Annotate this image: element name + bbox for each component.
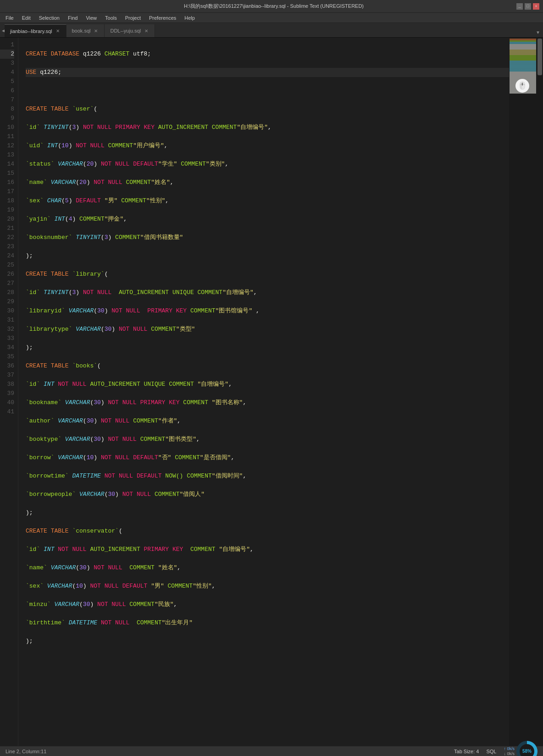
tab-jianbiao[interactable]: jianbiao--library.sql ✕ [5, 24, 66, 37]
line-num-21: 21 [0, 224, 14, 233]
line-num-12: 12 [0, 141, 14, 150]
code-line-25: `borrowpeople` VARCHAR(30) NOT NULL COMM… [26, 490, 509, 499]
tab-book-label: book.sql [72, 28, 91, 33]
line-num-13: 13 [0, 150, 14, 160]
code-line-30: `sex` VARCHAR(10) NOT NULL DEFAULT "男" C… [26, 582, 509, 591]
scrollbar-thumb[interactable] [537, 39, 542, 75]
code-line-27: CREATE TABLE `conservator`( [26, 527, 509, 536]
editor: 1 2 3 4 5 6 7 8 9 10 11 12 13 14 15 16 1… [0, 38, 543, 756]
menu-selection[interactable]: Selection [35, 14, 63, 22]
line-num-31: 31 [0, 316, 14, 325]
line-num-41: 41 [0, 407, 14, 417]
code-line-26: ); [26, 508, 509, 517]
line-num-26: 26 [0, 270, 14, 279]
code-area[interactable]: CREATE DATABASE q1226 CHARSET utf8; USE … [18, 38, 509, 756]
menu-view[interactable]: View [82, 14, 100, 22]
close-button[interactable]: ✕ [533, 3, 539, 10]
code-line-37 [26, 710, 509, 719]
line-num-17: 17 [0, 187, 14, 196]
cursor-icon: 🖱️ [515, 79, 529, 93]
minimap-toggle[interactable]: ▼ [533, 28, 543, 37]
line-numbers: 1 2 3 4 5 6 7 8 9 10 11 12 13 14 15 16 1… [0, 38, 18, 756]
code-line-3 [26, 86, 509, 95]
menu-tools[interactable]: Tools [101, 14, 121, 22]
code-line-20: `bookname` VARCHAR(30) NOT NULL PRIMARY … [26, 398, 509, 407]
menu-help[interactable]: Help [181, 14, 199, 22]
code-line-16: `librarytype` VARCHAR(30) NOT NULL COMME… [26, 325, 509, 334]
status-right: Tab Size: 4 SQL ↑ 0k/s ↓ 0k/s 58% [454, 741, 537, 756]
line-num-9: 9 [0, 114, 14, 123]
code-line-14: `id` TINYINT(3) NOT NULL AUTO_INCREMENT … [26, 288, 509, 297]
line-num-37: 37 [0, 371, 14, 380]
line-num-16: 16 [0, 178, 14, 187]
tab-book[interactable]: book.sql ✕ [66, 24, 105, 37]
status-file-type[interactable]: SQL [486, 749, 496, 754]
window-controls[interactable]: _ □ ✕ [516, 3, 539, 10]
line-num-30: 30 [0, 306, 14, 316]
tab-ddl[interactable]: DDL--yuju.sql ✕ [105, 24, 155, 37]
code-line-19: `id` INT NOT NULL AUTO_INCREMENT UNIQUE … [26, 380, 509, 389]
menu-project[interactable]: Project [122, 14, 144, 22]
line-num-35: 35 [0, 352, 14, 361]
menu-edit[interactable]: Edit [18, 14, 34, 22]
line-num-2: 2 [0, 50, 14, 59]
line-num-22: 22 [0, 233, 14, 242]
line-num-32: 32 [0, 325, 14, 334]
tab-ddl-label: DDL--yuju.sql [110, 28, 141, 33]
code-line-13: CREATE TABLE `library`( [26, 270, 509, 279]
code-line-33: ); [26, 637, 509, 646]
line-num-14: 14 [0, 160, 14, 169]
status-bar: Line 2, Column:11 Tab Size: 4 SQL ↑ 0k/s… [0, 746, 543, 756]
code-line-4: CREATE TABLE `user`( [26, 105, 509, 114]
code-line-18: CREATE TABLE `books`( [26, 361, 509, 371]
line-num-8: 8 [0, 105, 14, 114]
line-num-38: 38 [0, 380, 14, 389]
menu-find[interactable]: Find [64, 14, 81, 22]
tab-ddl-close[interactable]: ✕ [144, 28, 149, 34]
code-line-7: `status` VARCHAR(20) NOT NULL DEFAULT"学生… [26, 160, 509, 169]
vertical-scrollbar[interactable] [537, 38, 543, 756]
speed-up: ↑ 0k/s [504, 746, 515, 751]
line-num-40: 40 [0, 398, 14, 407]
line-num-19: 19 [0, 206, 14, 215]
code-line-1: CREATE DATABASE q1226 CHARSET utf8; [26, 50, 509, 59]
code-line-2: USE q1226; [26, 68, 509, 77]
code-line-22: `booktype` VARCHAR(30) NOT NULL COMMENT"… [26, 435, 509, 444]
tab-jianbiao-label: jianbiao--library.sql [10, 28, 52, 34]
line-num-27: 27 [0, 279, 14, 288]
status-tab-size[interactable]: Tab Size: 4 [454, 749, 479, 754]
line-num-18: 18 [0, 196, 14, 206]
code-line-34 [26, 655, 509, 664]
line-num-34: 34 [0, 343, 14, 352]
code-line-11: `booksnumber` TINYINT(3) COMMENT"借阅书籍数量" [26, 233, 509, 242]
maximize-button[interactable]: □ [525, 3, 531, 10]
title-bar: H:\我的sql\数据\20161227\jianbiao--library.s… [0, 0, 543, 13]
code-line-38 [26, 728, 509, 738]
menu-preferences[interactable]: Preferences [145, 14, 180, 22]
code-line-5: `id` TINYINT(3) NOT NULL PRIMARY KEY AUT… [26, 123, 509, 132]
code-line-35 [26, 673, 509, 683]
code-line-24: `borrowtime` DATETIME NOT NULL DEFAULT N… [26, 472, 509, 481]
code-line-17: ); [26, 343, 509, 352]
line-num-6: 6 [0, 86, 14, 95]
line-num-25: 25 [0, 261, 14, 270]
speed-display: ↑ 0k/s ↓ 0k/s 58% [504, 741, 537, 756]
code-line-10: `yajin` INT(4) COMMENT"押金", [26, 215, 509, 224]
minimize-button[interactable]: _ [516, 3, 523, 10]
line-num-39: 39 [0, 389, 14, 398]
line-num-5: 5 [0, 77, 14, 86]
line-num-28: 28 [0, 288, 14, 297]
line-num-15: 15 [0, 169, 14, 178]
menu-file[interactable]: File [2, 14, 17, 22]
line-num-10: 10 [0, 123, 14, 132]
code-line-21: `author` VARCHAR(30) NOT NULL COMMENT"作者… [26, 417, 509, 426]
tab-jianbiao-close[interactable]: ✕ [55, 28, 61, 34]
code-line-6: `uid` INT(10) NOT NULL COMMENT"用户编号", [26, 141, 509, 150]
code-line-9: `sex` CHAR(5) DEFAULT "男" COMMENT"性别", [26, 196, 509, 206]
menu-bar: File Edit Selection Find View Tools Proj… [0, 13, 543, 23]
line-num-20: 20 [0, 215, 14, 224]
line-num-11: 11 [0, 132, 14, 141]
tab-book-close[interactable]: ✕ [93, 28, 99, 34]
code-line-8: `name` VARCHAR(20) NOT NULL COMMENT"姓名", [26, 178, 509, 187]
speed-circle: 58% [516, 741, 537, 756]
